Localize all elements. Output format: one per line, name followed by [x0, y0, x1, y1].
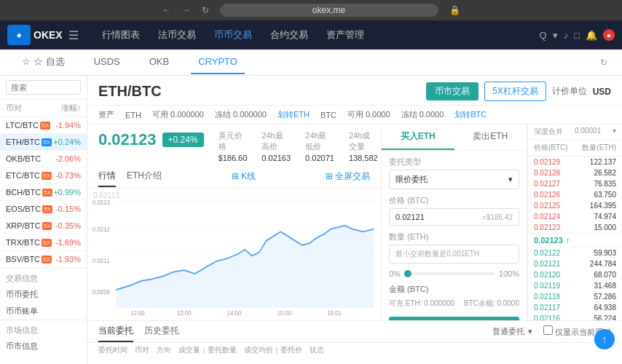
ob-ask-row: 0.02125 164.395 [528, 200, 622, 211]
order-type-select[interactable]: 限价委托 ▾ [389, 170, 519, 189]
ob-bid-row: 0.02116 56.224 [528, 313, 622, 320]
ob-header: 价格(BTC) 数量(ETH) [528, 140, 622, 157]
coin-item-okbbtc[interactable]: OKB/BTC -2.06% [0, 151, 87, 167]
nav-item-fiat[interactable]: 法币交易 [151, 25, 203, 45]
low24-stat: 24h最低价 0.02071 [305, 130, 334, 162]
coin-item-ethbtc[interactable]: ETH/BTC 5X +0.24% [0, 134, 87, 151]
chart-canvas: 0.02113 0.0213 0.0212 0.0211 0.0209 [87, 188, 381, 320]
price-input[interactable]: 0.02121 ≈$186.42 [389, 208, 519, 226]
slider-min-label: 0% [389, 269, 401, 278]
price-change: -2.06% [55, 154, 81, 163]
coin-item-etcbtc[interactable]: ETC/BTC 5X -0.73% [0, 167, 87, 184]
sidebar-link-bill[interactable]: 币币账单 [0, 303, 87, 320]
price-change: -1.69% [55, 238, 81, 247]
slider-handle[interactable] [404, 270, 412, 277]
leverage-badge: 5X [42, 256, 52, 264]
orders-filter[interactable]: 普通委托 ▾ 仅显示当前币对 [492, 325, 611, 338]
nav-item-contract[interactable]: 合约交易 [263, 25, 315, 45]
refresh-btn[interactable]: ↻ [202, 5, 209, 15]
main-content: ETH/BTC 币市交易 5X杠杆交易 计价单位 USD 资产 ETH 可用 0… [87, 76, 622, 364]
qty-input[interactable]: 最小交易数量是0.001ETH [389, 245, 519, 264]
order-section: 买入ETH 卖出ETH 委托类型 限价委托 ▾ 价格 (BTC) 0 [382, 124, 527, 320]
chat-icon[interactable]: ♪ [564, 30, 569, 41]
slider-max-label: 100% [499, 269, 519, 278]
scroll-to-top-btn[interactable]: ↑ [594, 329, 615, 349]
market-info-section: 市场信息 [0, 320, 87, 338]
orders-tab-history[interactable]: 历史委托 [144, 321, 179, 342]
price-block: 0.02123 +0.24% [98, 130, 204, 149]
leverage-trade-btn[interactable]: 5X杠杆交易 [484, 82, 546, 101]
col-price: 成交均价｜委托价 [244, 345, 302, 355]
high24-stat: 24h最高价 0.02163 [261, 130, 291, 162]
chart-tab-intro[interactable]: ETH介绍 [127, 166, 162, 187]
current-pair-checkbox[interactable] [543, 325, 553, 335]
price-change-badge: +0.24% [162, 132, 204, 147]
nav-menu: 行情图表 法币交易 币币交易 合约交易 资产管理 [95, 25, 540, 45]
logo-icon: ◆ [7, 25, 31, 45]
orders-tabs: 当前委托 历史委托 普通委托 ▾ 仅显示当前币对 [87, 321, 622, 343]
order-form: 委托类型 限价委托 ▾ 价格 (BTC) 0.02121 ≈$186.42 [382, 151, 527, 320]
ob-bid-row: 0.02120 68.070 [528, 269, 622, 280]
coin-item-bchbtc[interactable]: BCH/BTC 5X +0.99% [0, 184, 87, 201]
eth-transfer-link[interactable]: 划转ETH [277, 109, 310, 120]
tab-crypto[interactable]: CRYPTO [191, 50, 245, 74]
price-change: +0.99% [53, 188, 81, 197]
back-btn[interactable]: ← [162, 5, 171, 15]
security-icon: 🔒 [449, 5, 460, 15]
qty-row: 数量 (ETH) 最小交易数量是0.001ETH [389, 232, 519, 264]
chart-tab-market[interactable]: 行情 [98, 166, 116, 187]
window-icon[interactable]: □ [574, 30, 580, 41]
nav-item-assets[interactable]: 资产管理 [319, 25, 371, 45]
price-row: 价格 (BTC) 0.02121 ≈$186.42 [389, 195, 519, 226]
btc-available: 可用 0.0000 [347, 109, 390, 120]
tab-favorites[interactable]: ☆ ☆ 自选 [15, 50, 72, 76]
buy-tab[interactable]: 买入ETH [382, 124, 454, 150]
coin-item-eosbtc[interactable]: EOS/BTC 5X -0.15% [0, 201, 87, 218]
sell-tab[interactable]: 卖出ETH [454, 124, 527, 150]
ob-bid-row: 0.02122 59.903 [528, 248, 622, 258]
search-icon[interactable]: Q [540, 30, 547, 41]
chart-watermark: 0.02113 [93, 191, 119, 199]
col-pair-label: 币对 [6, 103, 61, 114]
nav-item-coin[interactable]: 币币交易 [207, 25, 259, 45]
fullscreen-btn[interactable]: ⊞ 全屏交易 [326, 170, 370, 183]
forward-btn[interactable]: → [182, 5, 191, 15]
btc-transfer-link[interactable]: 划转BTC [454, 109, 487, 120]
unit-label: 计价单位 [552, 85, 587, 98]
sidebar-link-market[interactable]: 币市信息 [0, 338, 87, 355]
market-trade-btn[interactable]: 币市交易 [426, 82, 479, 100]
menu-icon[interactable]: ☰ [68, 28, 79, 42]
ob-ask-row: 0.02124 74.974 [528, 211, 622, 222]
depth-val[interactable]: 0.00001 [575, 127, 601, 137]
nav-item-chart[interactable]: 行情图表 [95, 25, 147, 45]
tab-okb[interactable]: OKB [142, 50, 176, 74]
orders-tab-current[interactable]: 当前委托 [98, 321, 133, 342]
bell-icon[interactable]: 🔔 [586, 30, 597, 41]
search-input[interactable] [6, 80, 81, 95]
depth-chevron[interactable]: ▾ [613, 127, 616, 137]
svg-text:0.0211: 0.0211 [92, 256, 110, 264]
leverage-badge: 5X [42, 138, 52, 146]
coin-item-bsvbtc[interactable]: BSV/BTC 5X -1.93% [0, 251, 87, 268]
leverage-badge: 5X [42, 189, 52, 197]
lang-btn[interactable]: ▾ [553, 30, 558, 41]
col-status: 状态 [310, 345, 324, 355]
sidebar-link-commission[interactable]: 币币委托 [0, 286, 87, 303]
col-direction: 方向 [157, 345, 171, 355]
price-chart: 0.0213 0.0212 0.0211 0.0209 [91, 191, 377, 317]
total-row: 金额 (BTC) [389, 284, 519, 295]
ob-ask-row: 0.02128 26.582 [528, 167, 622, 178]
address-bar[interactable]: okex.me [220, 4, 438, 17]
qty-slider[interactable] [404, 272, 495, 275]
kline-btn[interactable]: ⊞ K线 [232, 170, 256, 183]
tab-usd[interactable]: USDS [87, 50, 127, 74]
coin-item-xrpbtc[interactable]: XRP/BTC 5X -0.35% [0, 218, 87, 234]
price-area: 0.02123 +0.24% 美元价格 $186.60 24h最高价 0.021… [87, 124, 381, 166]
ob-col-price: 价格(BTC) [534, 143, 568, 153]
btc-label: BTC [320, 111, 336, 119]
coin-item-trxbtc[interactable]: TRX/BTC 5X -1.69% [0, 234, 87, 251]
refresh-icon[interactable]: ↻ [600, 58, 607, 68]
ob-bid-row: 0.02121 244.784 [528, 258, 622, 269]
coin-item-ltcbtc[interactable]: LTC/BTC 5X -1.94% [0, 117, 87, 134]
trading-info-section: 交易信息 [0, 268, 87, 286]
